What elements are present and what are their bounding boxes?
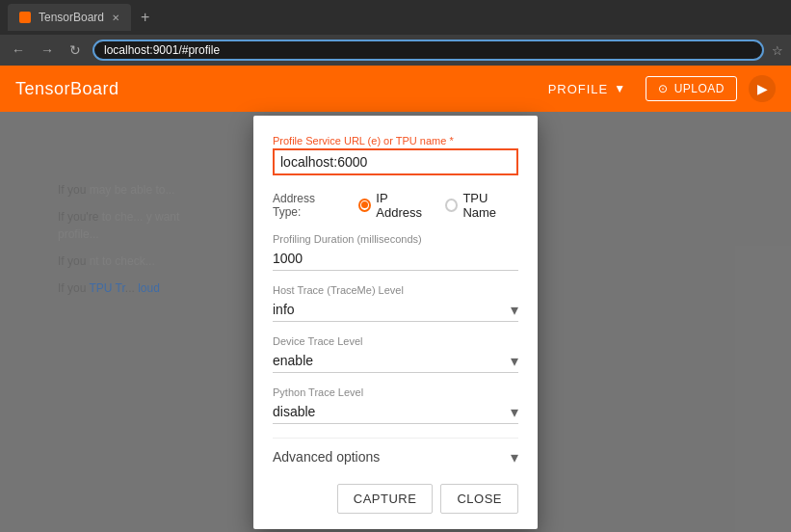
tab-favicon-icon [19, 12, 31, 23]
capture-dialog: Profile Service URL (e) or TPU name * Ad… [253, 116, 538, 529]
upload-label: UPLOAD [674, 82, 725, 95]
radio-ip-circle [358, 199, 371, 212]
host-trace-label: Host Trace (TraceMe) Level [273, 284, 518, 296]
address-bar[interactable]: localhost:9001/#profile [92, 40, 764, 61]
user-avatar[interactable]: ▶ [749, 75, 776, 102]
host-trace-field: Host Trace (TraceMe) Level info warn err… [273, 284, 518, 322]
nav-back-button[interactable]: ← [8, 40, 29, 60]
user-icon: ▶ [757, 81, 768, 96]
address-bar-url: localhost:9001/#profile [104, 43, 220, 57]
address-type-label: Address Type: [273, 192, 339, 219]
address-type-row: Address Type: IP Address TPU Name [273, 191, 518, 220]
host-trace-select-wrapper: info warn error off ▾ [273, 298, 518, 322]
upload-icon: ⊙ [658, 82, 669, 95]
service-url-field: Profile Service URL (e) or TPU name * [273, 135, 518, 175]
add-tab-button[interactable]: + [141, 9, 149, 26]
radio-ip-inner [361, 201, 368, 208]
close-button[interactable]: CLOSE [440, 484, 518, 514]
dialog-overlay: Profile Service URL (e) or TPU name * Ad… [0, 112, 791, 532]
python-trace-select[interactable]: disable enable [273, 400, 518, 423]
profiling-duration-label: Profiling Duration (milliseconds) [273, 233, 518, 245]
python-trace-field: Python Trace Level disable enable ▾ [273, 386, 518, 424]
service-url-input[interactable] [273, 148, 518, 175]
radio-tpu-label: TPU Name [462, 191, 518, 220]
upload-button[interactable]: ⊙ UPLOAD [646, 76, 737, 101]
main-content: No profile data was found. If you may be… [0, 112, 791, 532]
device-trace-select-wrapper: enable disable ▾ [273, 349, 518, 373]
device-trace-label: Device Trace Level [273, 335, 518, 347]
radio-ip-address[interactable]: IP Address [358, 191, 430, 220]
browser-tab[interactable]: TensorBoard ✕ [8, 4, 131, 31]
advanced-options-row[interactable]: Advanced options ▾ [273, 438, 518, 476]
profiling-duration-input[interactable] [273, 247, 518, 271]
bookmark-icon[interactable]: ☆ [772, 43, 783, 58]
nav-right-controls: ☆ [772, 43, 783, 58]
app-title: TensorBoard [15, 79, 119, 99]
tab-close-icon[interactable]: ✕ [112, 13, 119, 23]
tab-title: TensorBoard [39, 11, 104, 24]
app-header: TensorBoard PROFILE ▼ ⊙ UPLOAD ▶ [0, 66, 791, 112]
browser-chrome: TensorBoard ✕ + [0, 0, 791, 35]
profile-button[interactable]: PROFILE ▼ [541, 78, 635, 100]
advanced-options-chevron-icon: ▾ [511, 448, 518, 466]
profiling-duration-field: Profiling Duration (milliseconds) [273, 233, 518, 271]
python-trace-label: Python Trace Level [273, 386, 518, 398]
dialog-buttons: CAPTURE CLOSE [273, 484, 518, 514]
nav-refresh-button[interactable]: ↻ [66, 40, 85, 60]
capture-button[interactable]: CAPTURE [337, 484, 434, 514]
python-trace-select-wrapper: disable enable ▾ [273, 400, 518, 424]
host-trace-select[interactable]: info warn error off [273, 298, 518, 321]
header-right: PROFILE ▼ ⊙ UPLOAD ▶ [541, 75, 776, 102]
advanced-options-label: Advanced options [273, 449, 380, 465]
service-url-input-wrapper [273, 148, 518, 175]
profile-label: PROFILE [548, 82, 609, 96]
radio-ip-label: IP Address [376, 191, 430, 220]
device-trace-field: Device Trace Level enable disable ▾ [273, 335, 518, 373]
radio-tpu-name[interactable]: TPU Name [445, 191, 518, 220]
radio-tpu-circle [445, 199, 458, 212]
service-url-label: Profile Service URL (e) or TPU name * [273, 135, 518, 146]
url-text: localhost:9001/#profile [104, 43, 220, 57]
browser-nav-bar: ← → ↻ localhost:9001/#profile ☆ [0, 35, 791, 66]
device-trace-select[interactable]: enable disable [273, 349, 518, 372]
nav-forward-button[interactable]: → [37, 40, 58, 60]
profile-dropdown-icon: ▼ [614, 82, 626, 95]
